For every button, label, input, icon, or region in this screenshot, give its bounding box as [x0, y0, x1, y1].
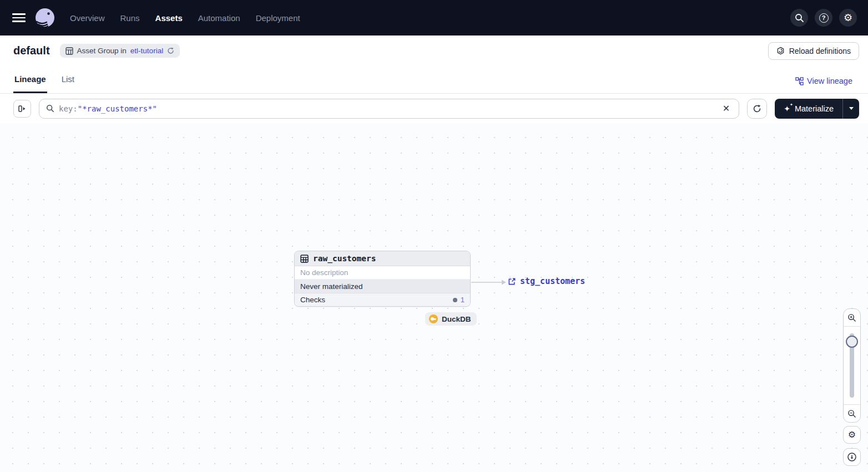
asset-checks-row: Checks 1	[295, 293, 470, 306]
zoom-out-icon	[847, 409, 856, 418]
help-icon: ?	[819, 13, 829, 23]
graph-settings-button[interactable]: ⚙	[843, 426, 861, 444]
nav-item-deployment[interactable]: Deployment	[256, 13, 300, 23]
search-icon	[46, 104, 54, 113]
tabs-row: Lineage List View lineage	[0, 66, 868, 94]
zoom-control-panel	[843, 308, 861, 423]
reload-definitions-button[interactable]: Reload definitions	[768, 42, 859, 60]
recenter-view-button[interactable]	[843, 448, 861, 466]
external-link-icon	[508, 277, 516, 286]
asset-name: raw_customers	[313, 254, 376, 263]
kind-badge-duckdb[interactable]: DuckDB	[425, 312, 477, 326]
filter-value-token: "*raw_customers*"	[78, 104, 157, 113]
chevron-down-icon	[849, 107, 854, 110]
checks-count: 1	[461, 296, 465, 304]
top-navigation: Overview Runs Assets Automation Deployme…	[0, 0, 868, 35]
downstream-asset-stg-customers[interactable]: stg_customers	[508, 276, 585, 286]
zoom-slider-handle[interactable]	[846, 336, 858, 348]
check-status-dot	[453, 298, 457, 302]
sparkle-icon: ✦✦	[784, 105, 790, 113]
gear-icon: ⚙	[844, 13, 852, 23]
help-button[interactable]: ?	[815, 9, 832, 27]
search-button[interactable]	[790, 9, 808, 27]
kind-badge-label: DuckDB	[442, 315, 471, 323]
lineage-graph-icon	[795, 77, 804, 85]
table-icon	[300, 255, 309, 263]
downstream-asset-label: stg_customers	[520, 276, 585, 286]
lineage-toolbar: key:"*raw_customers*" ✕ ✦✦ Materialize	[0, 94, 868, 123]
zoom-slider[interactable]	[844, 327, 860, 404]
reload-icon	[776, 47, 785, 55]
nav-item-overview[interactable]: Overview	[70, 13, 105, 23]
materialize-label: Materialize	[795, 104, 834, 113]
sync-icon[interactable]	[167, 47, 174, 54]
tab-lineage[interactable]: Lineage	[13, 68, 47, 93]
nav-item-automation[interactable]: Automation	[198, 13, 240, 23]
settings-button[interactable]: ⚙	[839, 9, 857, 27]
view-lineage-link[interactable]: View lineage	[795, 77, 852, 85]
gear-icon: ⚙	[848, 430, 856, 439]
reload-definitions-label: Reload definitions	[789, 47, 851, 55]
code-location-link[interactable]: etl-tutorial	[130, 47, 163, 55]
filter-key-token: key:	[59, 104, 78, 113]
duckdb-icon	[429, 314, 438, 323]
asset-group-badge-text: Asset Group in	[77, 47, 127, 55]
clear-filter-icon[interactable]: ✕	[720, 102, 732, 115]
toggle-sidebar-button[interactable]	[13, 100, 31, 118]
page-header: default Asset Group in etl-tutorial Relo…	[0, 35, 868, 66]
asset-node-raw-customers[interactable]: raw_customers No description Never mater…	[294, 251, 471, 307]
dagster-logo[interactable]	[34, 7, 55, 28]
refresh-graph-button[interactable]	[747, 99, 767, 119]
materialize-split-button: ✦✦ Materialize	[775, 99, 859, 119]
lineage-canvas[interactable]: raw_customers No description Never mater…	[0, 123, 868, 472]
checks-label: Checks	[300, 296, 325, 304]
zoom-in-icon	[847, 313, 856, 322]
tab-list[interactable]: List	[60, 68, 75, 93]
materialize-options-button[interactable]	[842, 99, 859, 119]
asset-node-header: raw_customers	[295, 251, 470, 266]
search-icon	[795, 13, 804, 23]
asset-group-badge: Asset Group in etl-tutorial	[60, 44, 180, 58]
recenter-icon	[847, 452, 857, 462]
zoom-out-button[interactable]	[844, 404, 860, 422]
panel-expand-icon	[18, 104, 27, 113]
view-lineage-label: View lineage	[807, 77, 852, 85]
page-title: default	[13, 44, 50, 57]
asset-filter-input[interactable]: key:"*raw_customers*" ✕	[39, 99, 739, 119]
asset-status: Never materialized	[295, 280, 470, 293]
nav-item-runs[interactable]: Runs	[120, 13, 140, 23]
nav-item-assets[interactable]: Assets	[155, 13, 183, 23]
hamburger-menu-icon[interactable]	[12, 11, 26, 24]
table-icon	[65, 47, 73, 55]
asset-description: No description	[295, 266, 470, 280]
primary-nav: Overview Runs Assets Automation Deployme…	[70, 13, 300, 23]
zoom-in-button[interactable]	[844, 309, 860, 327]
materialize-button[interactable]: ✦✦ Materialize	[775, 99, 842, 119]
refresh-icon	[753, 104, 761, 113]
